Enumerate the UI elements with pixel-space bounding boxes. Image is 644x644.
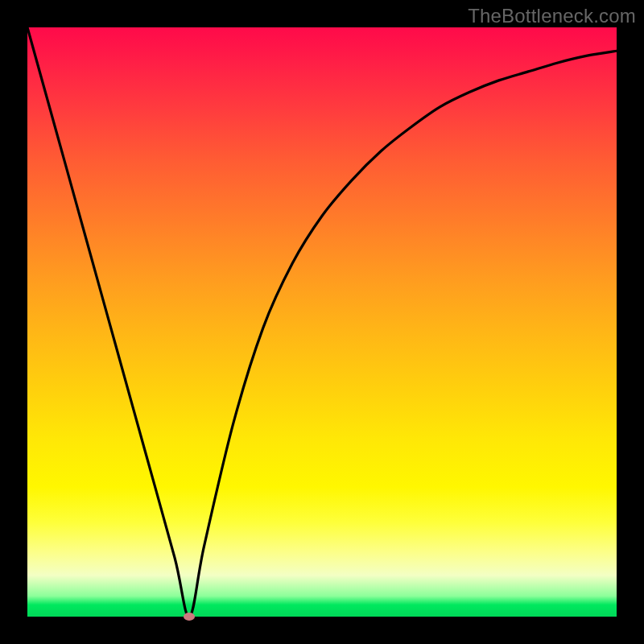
watermark-text: TheBottleneck.com [468, 5, 636, 27]
chart-frame: TheBottleneck.com [0, 0, 644, 644]
minimum-marker [184, 613, 195, 621]
bottleneck-curve [27, 27, 617, 617]
plot-area [27, 27, 617, 617]
